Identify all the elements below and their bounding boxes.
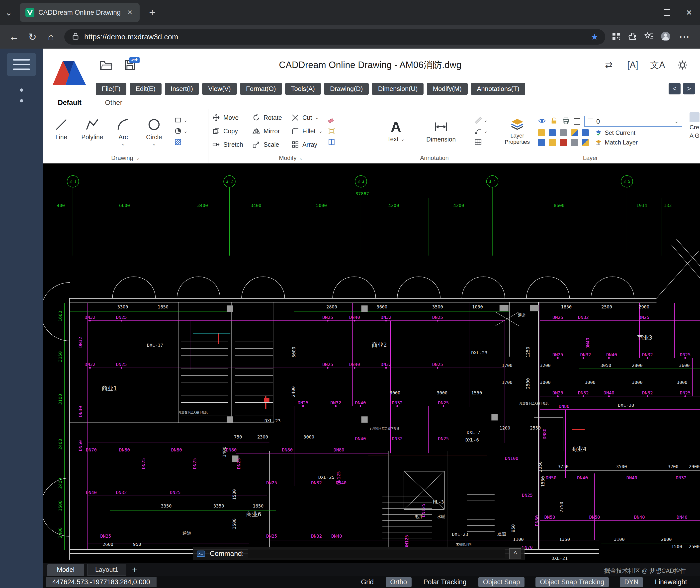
chevron-down-icon[interactable]: ⌄ bbox=[183, 130, 188, 133]
url-text[interactable]: https://demo.mxdraw3d.com bbox=[84, 33, 586, 41]
menu-annotations[interactable]: Annotations(T) bbox=[471, 83, 526, 95]
cad-canvas[interactable]: 3-13-23-33-43-54006600340034005000420042… bbox=[43, 163, 700, 563]
menu-drawing[interactable]: Drawing(D) bbox=[324, 83, 369, 95]
tool-arc[interactable]: Arc⌄ bbox=[108, 117, 138, 145]
text-tool[interactable]: A Text⌄ bbox=[381, 120, 411, 143]
menu-insert[interactable]: Insert(I) bbox=[165, 83, 199, 95]
group-create-icon[interactable] bbox=[690, 112, 700, 122]
layer-off-icon[interactable] bbox=[538, 129, 545, 136]
menu-file[interactable]: File(F) bbox=[96, 83, 126, 95]
chevron-down-icon[interactable]: ⌄ bbox=[152, 142, 156, 145]
group-label-layer[interactable]: Layer bbox=[495, 153, 686, 163]
status-toggle-object-snap-tracking[interactable]: Object Snap Tracking bbox=[536, 577, 609, 587]
tab-search-chevron-icon[interactable]: ⌄ bbox=[0, 0, 17, 25]
status-toggle-grid[interactable]: Grid bbox=[360, 577, 375, 587]
chevron-down-icon[interactable]: ⌄ bbox=[484, 119, 488, 122]
chevron-down-icon[interactable]: ⌄ bbox=[401, 138, 405, 141]
command-input[interactable] bbox=[248, 549, 505, 558]
chevron-down-icon[interactable]: ⌄ bbox=[318, 130, 323, 133]
layer-plot-icon[interactable] bbox=[562, 117, 570, 126]
layer-delete-icon[interactable] bbox=[560, 139, 567, 146]
tool-rotate[interactable]: Rotate bbox=[252, 113, 282, 122]
hatch-tool[interactable] bbox=[174, 138, 188, 146]
layer-visibility-icon[interactable] bbox=[538, 117, 546, 126]
menu-edit[interactable]: Edit(E) bbox=[130, 83, 161, 95]
chevron-down-icon[interactable]: ⌄ bbox=[121, 142, 125, 145]
tool-stretch[interactable]: Stretch bbox=[212, 140, 243, 149]
new-tab-button[interactable]: + bbox=[147, 6, 158, 19]
tool-move[interactable]: Move bbox=[212, 113, 243, 122]
layer-color-swatch[interactable] bbox=[574, 118, 580, 125]
status-toggle-lineweight[interactable]: Lineweight bbox=[654, 577, 688, 587]
cad-drawing[interactable]: 3-13-23-33-43-54006600340034005000420042… bbox=[43, 163, 700, 563]
refresh-icon[interactable]: ↻ bbox=[25, 29, 40, 44]
sidebar-dot-indicator[interactable] bbox=[20, 99, 23, 102]
set-current-button[interactable]: Set Current bbox=[595, 129, 635, 137]
window-maximize-button[interactable] bbox=[656, 0, 678, 25]
bookmark-star-icon[interactable]: ★ bbox=[591, 32, 598, 42]
menu-scroll-left-button[interactable]: < bbox=[669, 83, 681, 94]
menu-modify[interactable]: Modify(M) bbox=[427, 83, 468, 95]
browser-more-icon[interactable]: ⋯ bbox=[677, 31, 692, 43]
layer-isolate-icon[interactable] bbox=[549, 129, 556, 136]
menu-dimension[interactable]: Dimension(U) bbox=[372, 83, 424, 95]
tab-layout1[interactable]: Layout1 bbox=[87, 564, 126, 576]
rectangle-tool[interactable]: ⌄ bbox=[174, 116, 188, 124]
profile-avatar[interactable] bbox=[661, 31, 671, 42]
layer-on-icon[interactable] bbox=[538, 139, 545, 146]
favorites-list-icon[interactable] bbox=[644, 31, 654, 42]
tool-circle[interactable]: Circle⌄ bbox=[139, 117, 169, 145]
tool-fillet[interactable]: Fillet⌄ bbox=[291, 127, 323, 135]
group-label-modify[interactable]: Modify⌄ bbox=[208, 153, 374, 163]
translate-icon[interactable]: 文A bbox=[650, 59, 665, 71]
add-layout-button[interactable]: + bbox=[129, 565, 140, 575]
extensions-puzzle-icon[interactable] bbox=[628, 31, 638, 42]
erase-tool[interactable] bbox=[327, 116, 335, 124]
layer-walk-icon[interactable] bbox=[582, 129, 589, 136]
menu-view[interactable]: View(V) bbox=[202, 83, 237, 95]
tool-scale[interactable]: Scale bbox=[252, 140, 282, 149]
chevron-down-icon[interactable]: ⌄ bbox=[484, 130, 488, 133]
chevron-down-icon[interactable]: ⌄ bbox=[183, 119, 188, 122]
app-logo[interactable] bbox=[43, 49, 96, 96]
ribbon-tab-default[interactable]: Default bbox=[58, 99, 81, 107]
group-label-drawing[interactable]: Drawing⌄ bbox=[43, 153, 208, 163]
ribbon-tab-other[interactable]: Other bbox=[105, 99, 122, 107]
dimension-tool[interactable]: Dimension bbox=[417, 119, 465, 143]
layer-thaw-icon[interactable] bbox=[571, 129, 578, 136]
back-icon[interactable]: ← bbox=[6, 29, 21, 44]
layer-lock-icon[interactable] bbox=[550, 117, 558, 126]
home-icon[interactable]: ⌂ bbox=[43, 29, 58, 44]
open-file-button[interactable] bbox=[98, 57, 114, 73]
tool-line[interactable]: Line bbox=[46, 117, 76, 145]
layer-restore-icon[interactable] bbox=[582, 139, 589, 146]
layer-freeze-icon[interactable] bbox=[560, 129, 567, 136]
region-tool[interactable] bbox=[327, 138, 335, 146]
settings-gear-icon[interactable] bbox=[676, 60, 689, 71]
tab-close-icon[interactable]: ✕ bbox=[126, 9, 134, 16]
tool-copy[interactable]: Copy bbox=[212, 127, 243, 135]
tool-polyline[interactable]: Polyline bbox=[77, 117, 107, 145]
status-toggle-ortho[interactable]: Ortho bbox=[386, 577, 412, 587]
status-toggle-dyn[interactable]: DYN bbox=[620, 577, 643, 587]
match-layer-button[interactable]: Match Layer bbox=[595, 139, 638, 146]
group-label-annotation[interactable]: Annotation bbox=[374, 153, 495, 163]
leader-tool[interactable]: ⌄ bbox=[474, 127, 488, 135]
layer-properties-button[interactable]: Layer Properties bbox=[499, 117, 536, 145]
tool-array[interactable]: Array bbox=[291, 140, 323, 149]
tab-model[interactable]: Model bbox=[47, 564, 84, 576]
layer-merge-icon[interactable] bbox=[571, 139, 578, 146]
menu-format[interactable]: Format(O) bbox=[240, 83, 282, 95]
sidebar-dot-indicator[interactable] bbox=[20, 88, 23, 92]
swap-view-icon[interactable]: ⇄ bbox=[602, 60, 615, 70]
chevron-down-icon[interactable]: ⌄ bbox=[315, 116, 319, 119]
hamburger-menu-button[interactable] bbox=[7, 53, 36, 76]
menu-tools[interactable]: Tools(A) bbox=[285, 83, 321, 95]
tool-cut[interactable]: Cut⌄ bbox=[291, 113, 323, 122]
command-history-collapse-button[interactable]: ^ bbox=[509, 548, 521, 559]
menu-scroll-right-button[interactable]: > bbox=[683, 83, 695, 94]
qr-code-icon[interactable] bbox=[611, 31, 621, 42]
save-web-button[interactable]: web bbox=[122, 57, 138, 73]
layer-dropdown[interactable]: 0 ⌄ bbox=[584, 116, 682, 127]
browser-tab[interactable]: CADDream Online Drawing ✕ bbox=[20, 3, 140, 22]
